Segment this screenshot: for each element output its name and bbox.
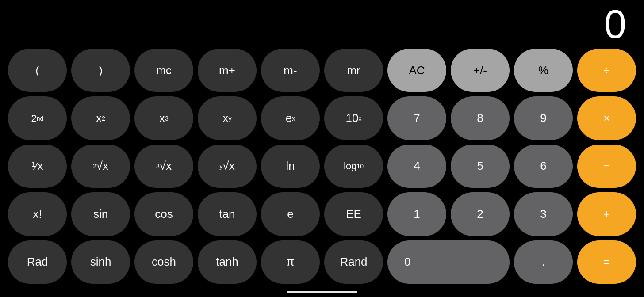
10x-button[interactable]: 10x (324, 96, 383, 140)
1-button[interactable]: 1 (387, 192, 446, 236)
3sqrt-x-button[interactable]: 3√x (134, 145, 193, 188)
3-button[interactable]: 3 (514, 192, 573, 236)
subtract-button[interactable]: − (577, 145, 636, 188)
4-button[interactable]: 4 (387, 145, 446, 188)
cos-button[interactable]: cos (134, 192, 193, 236)
0-button[interactable]: 0 (387, 240, 510, 284)
6-button[interactable]: 6 (514, 145, 573, 188)
sin-button[interactable]: sin (71, 192, 130, 236)
m-plus-button[interactable]: m+ (198, 49, 257, 92)
equals-button[interactable]: = (577, 240, 636, 284)
open-paren-button[interactable]: ( (8, 49, 67, 92)
display-value: 0 (604, 4, 626, 44)
ln-button[interactable]: ln (261, 145, 320, 188)
ee-button[interactable]: EE (324, 192, 383, 236)
display-area: 0 (0, 0, 644, 49)
mr-button[interactable]: mr (324, 49, 383, 92)
add-button[interactable]: + (577, 192, 636, 236)
decimal-button[interactable]: . (514, 240, 573, 284)
8-button[interactable]: 8 (451, 96, 510, 140)
divide-button[interactable]: ÷ (577, 49, 636, 92)
plus-minus-button[interactable]: +/- (451, 49, 510, 92)
calculator-grid: ( ) mc m+ m- mr AC +/- % ÷ 2nd x2 x3 xy … (0, 49, 644, 288)
pi-button[interactable]: π (261, 240, 320, 284)
7-button[interactable]: 7 (387, 96, 446, 140)
2nd-button[interactable]: 2nd (8, 96, 67, 140)
5-button[interactable]: 5 (451, 145, 510, 188)
inv-x-button[interactable]: ¹∕x (8, 145, 67, 188)
9-button[interactable]: 9 (514, 96, 573, 140)
multiply-button[interactable]: × (577, 96, 636, 140)
e-button[interactable]: e (261, 192, 320, 236)
tanh-button[interactable]: tanh (198, 240, 257, 284)
home-bar (287, 291, 357, 293)
x3-button[interactable]: x3 (134, 96, 193, 140)
percent-button[interactable]: % (514, 49, 573, 92)
tan-button[interactable]: tan (198, 192, 257, 236)
home-indicator-area (0, 288, 644, 297)
ac-button[interactable]: AC (387, 49, 446, 92)
2-button[interactable]: 2 (451, 192, 510, 236)
y-sqrt-x-button[interactable]: y√x (198, 145, 257, 188)
x2-button[interactable]: x2 (71, 96, 130, 140)
m-minus-button[interactable]: m- (261, 49, 320, 92)
2sqrt-x-button[interactable]: 2√x (71, 145, 130, 188)
ex-button[interactable]: ex (261, 96, 320, 140)
close-paren-button[interactable]: ) (71, 49, 130, 92)
cosh-button[interactable]: cosh (134, 240, 193, 284)
rad-button[interactable]: Rad (8, 240, 67, 284)
mc-button[interactable]: mc (134, 49, 193, 92)
sinh-button[interactable]: sinh (71, 240, 130, 284)
xy-button[interactable]: xy (198, 96, 257, 140)
factorial-button[interactable]: x! (8, 192, 67, 236)
rand-button[interactable]: Rand (324, 240, 383, 284)
log10-button[interactable]: log10 (324, 145, 383, 188)
